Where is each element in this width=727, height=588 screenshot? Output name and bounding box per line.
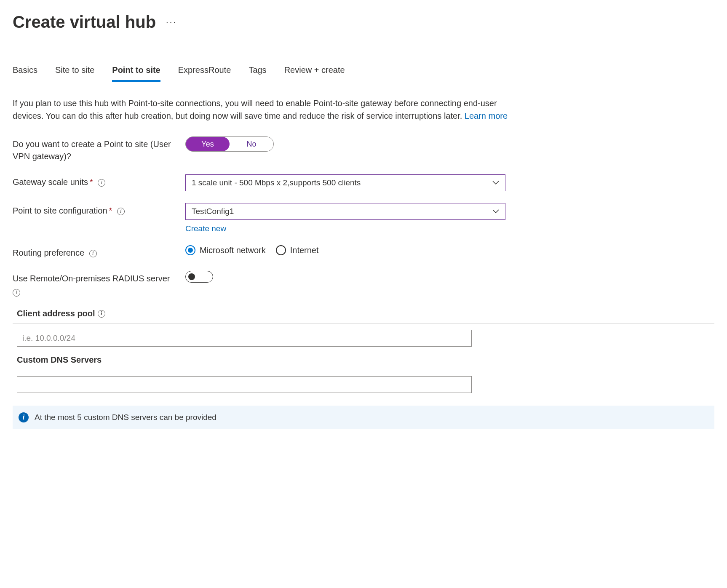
tab-basics[interactable]: Basics xyxy=(13,65,37,82)
radius-label: Use Remote/On-premises RADIUS server i xyxy=(13,271,185,297)
gateway-scale-label: Gateway scale units* i xyxy=(13,174,185,188)
toggle-yes-option[interactable]: Yes xyxy=(186,137,230,151)
gateway-scale-value: 1 scale unit - 500 Mbps x 2,supports 500… xyxy=(192,178,361,187)
routing-pref-radio-group: Microsoft network Internet xyxy=(185,245,505,255)
p2s-config-dropdown[interactable]: TestConfig1 xyxy=(185,203,505,220)
routing-ms-label: Microsoft network xyxy=(200,246,266,255)
description-body: If you plan to use this hub with Point-t… xyxy=(13,99,497,120)
radio-unchecked-icon xyxy=(276,245,286,255)
create-p2s-label: Do you want to create a Point to site (U… xyxy=(13,136,185,163)
create-new-link[interactable]: Create new xyxy=(185,224,226,233)
info-bar-message: At the most 5 custom DNS servers can be … xyxy=(35,413,216,422)
tab-bar: Basics Site to site Point to site Expres… xyxy=(13,65,714,82)
chevron-down-icon xyxy=(492,209,499,214)
info-bar: i At the most 5 custom DNS servers can b… xyxy=(13,406,714,429)
p2s-config-value: TestConfig1 xyxy=(192,207,234,216)
info-icon[interactable]: i xyxy=(89,250,97,257)
learn-more-link[interactable]: Learn more xyxy=(465,111,508,120)
info-bar-icon: i xyxy=(19,412,29,422)
tab-site-to-site[interactable]: Site to site xyxy=(55,65,94,82)
info-icon[interactable]: i xyxy=(98,310,105,318)
divider xyxy=(13,323,714,324)
tab-expressroute[interactable]: ExpressRoute xyxy=(178,65,231,82)
p2s-config-label: Point to site configuration* i xyxy=(13,203,185,217)
tab-tags[interactable]: Tags xyxy=(249,65,266,82)
routing-ms-network-radio[interactable]: Microsoft network xyxy=(185,245,266,255)
routing-pref-label: Routing preference i xyxy=(13,245,185,259)
toggle-knob-icon xyxy=(188,273,195,280)
toggle-no-option[interactable]: No xyxy=(230,137,273,151)
routing-internet-radio[interactable]: Internet xyxy=(276,245,319,255)
page-title: Create virtual hub xyxy=(13,13,156,32)
info-icon[interactable]: i xyxy=(98,179,105,187)
routing-internet-label: Internet xyxy=(290,246,319,255)
info-icon[interactable]: i xyxy=(117,208,125,215)
info-icon[interactable]: i xyxy=(13,289,20,297)
tab-review-create[interactable]: Review + create xyxy=(284,65,345,82)
more-options-icon[interactable]: ··· xyxy=(166,17,177,27)
dns-servers-header: Custom DNS Servers xyxy=(17,355,102,365)
gateway-scale-dropdown[interactable]: 1 scale unit - 500 Mbps x 2,supports 500… xyxy=(185,174,505,191)
chevron-down-icon xyxy=(492,181,499,185)
client-address-pool-input[interactable] xyxy=(17,330,472,347)
radius-toggle[interactable] xyxy=(185,271,213,283)
create-p2s-toggle[interactable]: Yes No xyxy=(185,136,274,152)
custom-dns-input[interactable] xyxy=(17,376,472,393)
divider xyxy=(13,370,714,370)
radio-checked-icon xyxy=(185,245,195,255)
tab-point-to-site[interactable]: Point to site xyxy=(112,65,160,82)
client-pool-header: Client address pool xyxy=(17,309,95,318)
description-text: If you plan to use this hub with Point-t… xyxy=(13,97,510,122)
